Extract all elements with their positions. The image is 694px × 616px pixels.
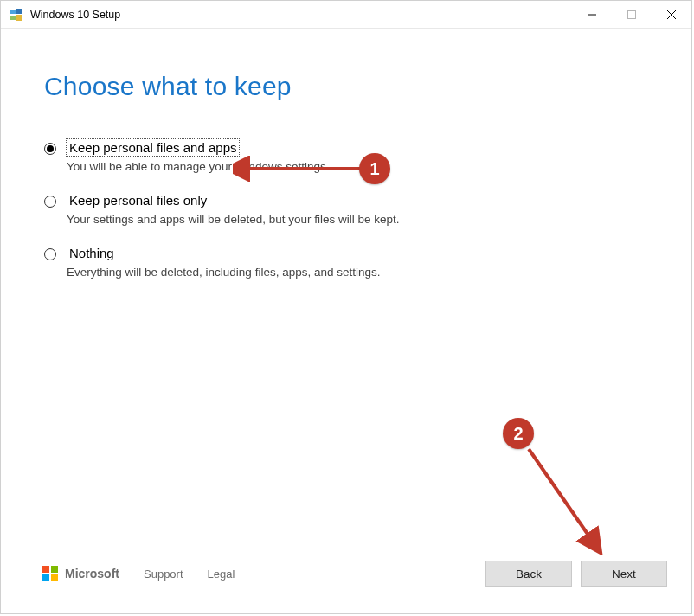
option-nothing[interactable]: Nothing Everything will be deleted, incl… [44,245,648,279]
svg-rect-13 [51,574,58,581]
options-group: Keep personal files and apps You will be… [44,139,648,279]
svg-rect-0 [10,10,16,14]
option-label: Nothing [67,245,117,261]
option-keep-files-only[interactable]: Keep personal files only Your settings a… [44,192,648,226]
annotation-arrow-2 [510,433,614,555]
svg-rect-10 [42,566,49,573]
footer: Microsoft Support Legal Back Next [1,555,691,613]
svg-line-9 [529,449,591,539]
next-button[interactable]: Next [581,561,667,587]
radio-icon [44,143,56,155]
back-button[interactable]: Back [485,561,572,587]
option-keep-files-and-apps[interactable]: Keep personal files and apps You will be… [44,139,648,173]
svg-rect-3 [16,15,22,21]
radio-icon [44,248,56,260]
setup-window: Windows 10 Setup Choose what to keep Kee… [0,0,692,614]
svg-rect-1 [16,9,22,14]
close-button[interactable] [652,1,691,29]
support-link[interactable]: Support [144,568,183,581]
annotation-number: 2 [513,424,523,444]
annotation-callout-2: 2 [503,418,534,449]
titlebar: Windows 10 Setup [1,1,691,29]
svg-rect-12 [42,574,49,581]
radio-icon [44,196,56,208]
svg-rect-11 [51,566,58,573]
app-icon [10,8,23,22]
microsoft-logo: Microsoft [42,566,119,581]
option-label: Keep personal files only [67,192,209,209]
microsoft-brand-text: Microsoft [65,567,119,581]
option-description: You will be able to manage your Windows … [67,160,329,173]
svg-rect-2 [10,16,16,20]
svg-rect-5 [628,10,636,18]
content-area: Choose what to keep Keep personal files … [1,29,691,555]
page-title: Choose what to keep [44,72,648,101]
option-description: Everything will be deleted, including fi… [67,266,380,279]
legal-link[interactable]: Legal [208,568,235,581]
microsoft-logo-icon [42,566,58,581]
maximize-button [612,1,652,29]
window-title: Windows 10 Setup [30,9,120,21]
option-label: Keep personal files and apps [67,139,239,156]
minimize-button[interactable] [572,1,612,29]
option-description: Your settings and apps will be deleted, … [67,213,399,226]
